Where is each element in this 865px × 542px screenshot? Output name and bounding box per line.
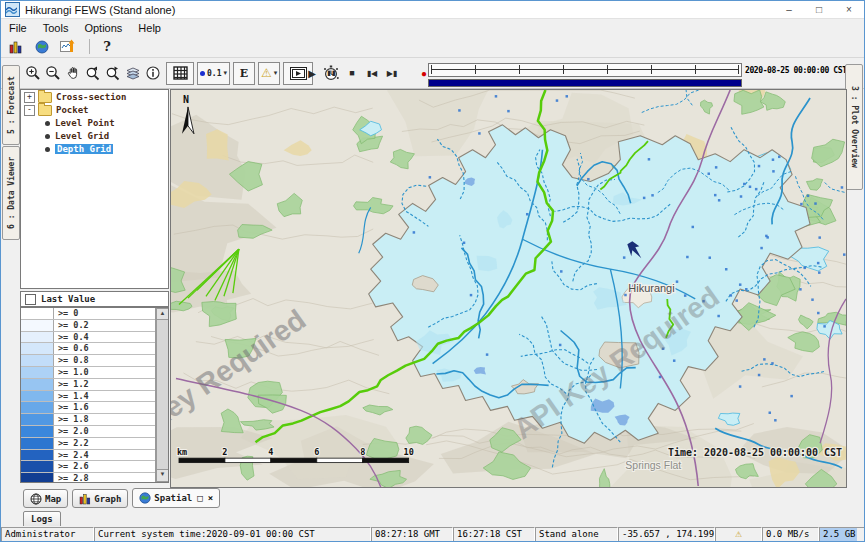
expand-plus-icon[interactable]: +: [24, 92, 35, 103]
legend-swatch: [21, 308, 54, 319]
maximize-button[interactable]: □: [804, 1, 834, 18]
node-bullet-icon: [45, 147, 50, 152]
tab-map[interactable]: Map: [23, 489, 68, 508]
pause-button[interactable]: ▮▮: [323, 64, 341, 82]
node-bullet-icon: [45, 134, 50, 139]
grid-display-button[interactable]: [166, 62, 194, 85]
legend-swatch: [21, 367, 54, 378]
tab-data-viewer[interactable]: 6 : Data Viewer: [2, 146, 20, 240]
step-forward-button[interactable]: ▶▮: [383, 64, 401, 82]
help-icon[interactable]: ?: [96, 38, 118, 56]
legend-toggle-button[interactable]: E: [233, 62, 255, 85]
collapse-minus-icon[interactable]: -: [24, 105, 35, 116]
spatial-display-icon[interactable]: [31, 38, 53, 56]
status-coordinates: -35.657 , 174.199: [618, 527, 715, 542]
svg-text:8: 8: [360, 447, 365, 457]
toolbar-datetime: 2020-08-25 00:00:00 CST: [745, 66, 855, 75]
status-gmt-time: 08:27:18 GMT: [371, 527, 453, 542]
tree-item-cross-section[interactable]: + Cross-section: [21, 91, 168, 103]
svg-text:4: 4: [268, 447, 273, 457]
window-title: Hikurangi FEWS (Stand alone): [25, 4, 175, 16]
legend-row[interactable]: >= 2.6: [21, 461, 168, 473]
scrollbar-thumb[interactable]: [156, 319, 169, 471]
tree-item-depth-grid[interactable]: Depth Grid: [21, 143, 168, 155]
legend-row[interactable]: >= 0.2: [21, 320, 168, 332]
legend-row[interactable]: >= 1.4: [21, 391, 168, 403]
legend-swatch: [21, 473, 54, 483]
toolbar-separator: [89, 39, 90, 54]
status-mode: Stand alone: [535, 527, 618, 542]
legend-row[interactable]: >= 1.6: [21, 402, 168, 414]
warning-icon: ⚠: [735, 527, 742, 540]
info-icon[interactable]: [143, 64, 162, 83]
legend-row[interactable]: >= 1.0: [21, 367, 168, 379]
status-memory: 2.5 GB: [819, 527, 865, 542]
legend-row[interactable]: >= 0.8: [21, 355, 168, 367]
zoom-out-icon[interactable]: [43, 64, 62, 83]
stop-button[interactable]: ■: [343, 64, 361, 82]
menu-tools[interactable]: Tools: [43, 22, 69, 34]
legend-row[interactable]: >= 1.8: [21, 414, 168, 426]
map-view[interactable]: Hikurangi Springs Flat API Key Required …: [170, 89, 847, 488]
main-toolbar: ?: [1, 36, 864, 58]
tree-item-level-point[interactable]: Level Point: [21, 117, 168, 129]
spatial-restore-icon[interactable]: □: [197, 493, 202, 503]
close-button[interactable]: ×: [834, 1, 864, 18]
svg-text:6: 6: [314, 447, 319, 457]
threshold-dropdown[interactable]: 0.1 ▾: [197, 62, 230, 85]
play-button[interactable]: ▶: [303, 64, 321, 82]
legend-swatch: [21, 402, 54, 413]
menu-options[interactable]: Options: [84, 22, 122, 34]
timeline-progress-bar[interactable]: [428, 79, 742, 87]
legend-scrollbar[interactable]: ▲ ▼: [155, 308, 168, 482]
legend-swatch: [21, 355, 54, 366]
tab-forecast[interactable]: 5 : Forecast: [2, 65, 20, 145]
svg-text:2: 2: [222, 447, 227, 457]
legend-row[interactable]: >= 2.2: [21, 438, 168, 450]
tab-graph[interactable]: Graph: [72, 489, 128, 508]
timeseries-display-icon[interactable]: [57, 38, 79, 56]
map-time-overlay: Time: 2020-08-25 00:00:00 CST: [668, 447, 842, 458]
spatial-close-icon[interactable]: ×: [208, 493, 213, 503]
timeline-track[interactable]: [428, 63, 742, 77]
tab-spatial[interactable]: Spatial □ ×: [132, 488, 220, 508]
legend-row[interactable]: >= 0.6: [21, 343, 168, 355]
legend-swatch: [21, 426, 54, 437]
last-value-checkbox[interactable]: [25, 294, 36, 305]
legend-swatch: [21, 438, 54, 449]
status-local-time: 16:27:18 CST: [453, 527, 535, 542]
timeline-slider[interactable]: [428, 63, 742, 84]
wireframe-globe-icon: [30, 493, 42, 505]
legend-swatch: [21, 320, 54, 331]
zoom-previous-icon[interactable]: [83, 64, 102, 83]
warning-dropdown[interactable]: ⚠ ▾: [258, 62, 280, 85]
legend-row[interactable]: >= 0.4: [21, 332, 168, 344]
legend-row[interactable]: >= 1.2: [21, 379, 168, 391]
legend-row[interactable]: >= 2.8: [21, 473, 168, 483]
scroll-down-icon[interactable]: ▼: [156, 469, 169, 482]
step-back-button[interactable]: ▮◀: [363, 64, 381, 82]
minimize-button[interactable]: –: [774, 1, 804, 18]
zoom-in-icon[interactable]: [23, 64, 42, 83]
legend-row[interactable]: >= 2.0: [21, 426, 168, 438]
tree-item-pocket[interactable]: - Pocket: [21, 104, 168, 116]
last-value-label: Last Value: [41, 294, 95, 304]
layers-icon[interactable]: [123, 64, 142, 83]
legend-swatch: [21, 461, 54, 472]
legend-row[interactable]: >= 2.4: [21, 450, 168, 462]
logs-button[interactable]: Logs: [23, 511, 61, 528]
pan-hand-icon[interactable]: [63, 64, 82, 83]
tab-plot-overview[interactable]: 3 : Plot Overview: [845, 64, 863, 190]
tree-item-level-grid[interactable]: Level Grid: [21, 130, 168, 142]
last-value-option[interactable]: Last Value: [20, 291, 169, 307]
display-tabs-bar: Map Graph Spatial □ ×: [1, 488, 864, 508]
database-display-icon[interactable]: [5, 38, 27, 56]
map-toolbar: 0.1 ▾ E ⚠ ▾ ▶ ▮▮ ■ ▮◀ ▶▮ ●: [1, 58, 864, 89]
menu-file[interactable]: File: [9, 22, 27, 34]
zoom-next-icon[interactable]: [103, 64, 122, 83]
legend-swatch: [21, 332, 54, 343]
legend-row[interactable]: >= 0: [21, 308, 168, 320]
status-warning-cell[interactable]: ⚠: [715, 527, 762, 542]
title-bar[interactable]: Hikurangi FEWS (Stand alone) – □ ×: [1, 1, 864, 19]
menu-help[interactable]: Help: [138, 22, 161, 34]
